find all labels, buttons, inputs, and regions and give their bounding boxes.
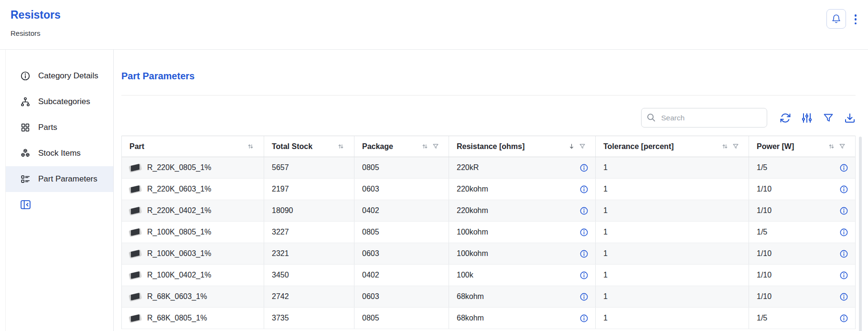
bell-icon <box>831 14 841 24</box>
sort-icon <box>828 143 835 150</box>
resistor-chip-icon <box>129 228 141 236</box>
table-row[interactable]: R_220K_0603_1% 2197 0603 220kohm <box>122 179 855 200</box>
column-header-power[interactable]: Power [W] <box>749 136 855 157</box>
table-row[interactable]: R_220K_0402_1% 18090 0402 220kohm <box>122 200 855 222</box>
column-filter-icon[interactable] <box>839 143 846 150</box>
column-filter-icon[interactable] <box>579 143 586 150</box>
part-cell: R_220K_0603_1% <box>122 179 264 200</box>
overflow-menu-button[interactable] <box>851 14 860 24</box>
breadcrumb: Resistors <box>11 29 868 37</box>
package-cell: 0402 <box>354 200 449 221</box>
download-button[interactable] <box>844 112 856 124</box>
table-row[interactable]: R_100K_0603_1% 2321 0603 100kohm <box>122 243 855 265</box>
sort-icon <box>337 143 344 150</box>
top-header: Resistors Resistors <box>0 0 868 50</box>
sidebar-item-subcategories[interactable]: Subcategories <box>6 89 113 115</box>
part-name: R_220K_0603_1% <box>147 185 211 193</box>
sidebar-item-label: Category Details <box>38 71 98 81</box>
info-icon[interactable] <box>839 163 848 172</box>
sidebar-item-part-parameters[interactable]: Part Parameters <box>6 166 113 192</box>
package-cell: 0402 <box>354 265 449 286</box>
search-box <box>641 108 767 128</box>
info-icon[interactable] <box>579 271 589 280</box>
info-icon[interactable] <box>579 292 589 301</box>
table-scrollbar[interactable] <box>859 137 862 331</box>
part-cell: R_100K_0603_1% <box>122 243 264 264</box>
info-icon <box>20 71 31 81</box>
table-row[interactable]: R_100K_0805_1% 3227 0805 100kohm <box>122 222 855 243</box>
section-title: Part Parameters <box>121 71 868 82</box>
column-header-resistance[interactable]: Resistance [ohms] <box>449 136 596 157</box>
sliders-icon <box>801 112 813 124</box>
info-icon[interactable] <box>579 206 589 215</box>
package-cell: 0603 <box>354 179 449 200</box>
part-cell: R_100K_0402_1% <box>122 265 264 286</box>
grid-icon <box>20 122 31 133</box>
power-cell: 1/10 <box>749 286 855 307</box>
resistance-cell: 68kohm <box>449 286 596 307</box>
package-cell: 0805 <box>354 308 449 329</box>
notifications-button[interactable] <box>826 9 846 29</box>
part-name: R_220K_0402_1% <box>147 206 211 215</box>
kebab-dot <box>855 14 857 17</box>
resistor-chip-icon <box>129 185 141 193</box>
search-icon <box>646 112 656 123</box>
search-input[interactable] <box>641 108 767 128</box>
power-cell: 1/5 <box>749 157 855 178</box>
package-cell: 0805 <box>354 222 449 243</box>
total-stock-cell: 18090 <box>264 200 354 221</box>
filter-button[interactable] <box>823 112 834 124</box>
tolerance-cell: 1 <box>596 265 749 286</box>
info-icon[interactable] <box>839 249 848 258</box>
column-header-tolerance[interactable]: Tolerance [percent] <box>596 136 749 157</box>
part-cell: R_68K_0603_1% <box>122 286 264 307</box>
package-cell: 0805 <box>354 157 449 178</box>
sidebar-item-category-details[interactable]: Category Details <box>6 63 113 89</box>
resistance-cell: 220kohm <box>449 200 596 221</box>
column-settings-button[interactable] <box>801 112 813 124</box>
refresh-button[interactable] <box>780 112 791 124</box>
tolerance-cell: 1 <box>596 308 749 329</box>
column-label: Part <box>129 142 144 151</box>
column-header-part[interactable]: Part <box>122 136 264 157</box>
column-header-total-stock[interactable]: Total Stock <box>264 136 354 157</box>
info-icon[interactable] <box>839 206 848 215</box>
info-icon[interactable] <box>839 314 848 323</box>
sort-icon <box>721 143 729 150</box>
sort-desc-icon <box>568 143 575 150</box>
info-icon[interactable] <box>579 185 589 194</box>
table-row[interactable]: R_220K_0805_1% 5657 0805 220kR <box>122 157 855 179</box>
table-row[interactable]: R_68K_0603_1% 2742 0603 68kohm <box>122 286 855 308</box>
sidebar-item-label: Stock Items <box>38 149 81 158</box>
main-content: Part Parameters Part Total St <box>114 50 868 331</box>
info-icon[interactable] <box>579 249 589 258</box>
column-label: Tolerance [percent] <box>603 142 674 151</box>
part-parameters-table: Part Total Stock Package <box>121 136 856 329</box>
info-icon[interactable] <box>579 163 589 172</box>
sort-icon <box>421 143 429 150</box>
info-icon[interactable] <box>839 292 848 301</box>
info-icon[interactable] <box>839 271 848 280</box>
table-row[interactable]: R_68K_0805_1% 3735 0805 68kohm <box>122 308 855 329</box>
info-icon[interactable] <box>839 185 848 194</box>
column-filter-icon[interactable] <box>732 143 739 150</box>
filter-icon <box>823 112 834 124</box>
power-cell: 1/10 <box>749 200 855 221</box>
sidebar-item-parts[interactable]: Parts <box>6 115 113 140</box>
table-toolbar <box>121 108 856 128</box>
part-cell: R_220K_0805_1% <box>122 157 264 178</box>
collapse-sidebar-button[interactable] <box>20 199 32 211</box>
tolerance-cell: 1 <box>596 157 749 178</box>
info-icon[interactable] <box>579 314 589 323</box>
info-icon[interactable] <box>579 228 589 237</box>
column-filter-icon[interactable] <box>432 143 439 150</box>
column-header-package[interactable]: Package <box>354 136 449 157</box>
sidebar: Category Details Subcategories Parts Sto… <box>5 50 114 331</box>
resistance-cell: 100kohm <box>449 222 596 243</box>
info-icon[interactable] <box>839 228 848 237</box>
part-cell: R_68K_0805_1% <box>122 308 264 329</box>
total-stock-cell: 2197 <box>264 179 354 200</box>
table-row[interactable]: R_100K_0402_1% 3450 0402 100k <box>122 265 855 286</box>
sidebar-item-stock-items[interactable]: Stock Items <box>6 140 113 166</box>
kebab-dot <box>855 18 857 21</box>
